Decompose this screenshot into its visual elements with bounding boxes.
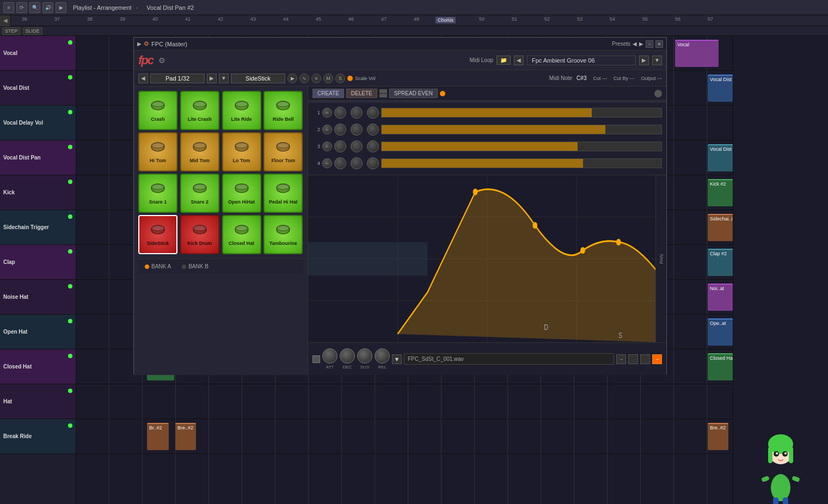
track-clip[interactable]: Vocal Dist Pan [708, 144, 733, 171]
seq-knob-0[interactable] [334, 140, 346, 152]
seq-knob-2[interactable] [367, 140, 379, 152]
pad-menu-btn[interactable]: ▼ [219, 73, 229, 83]
pad-play-btn[interactable]: ▶ [287, 73, 297, 83]
bank-a-item[interactable]: BANK A [145, 263, 171, 269]
track-item-clap[interactable]: Clap [0, 245, 76, 280]
delete-btn[interactable]: DELETE [346, 89, 377, 98]
env-dropdown-btn[interactable]: ▼ [392, 354, 402, 364]
track-clip[interactable]: Closed Hat #3 [708, 353, 733, 380]
env-att-knob[interactable] [322, 348, 338, 364]
track-item-open-hat[interactable]: Open Hat [0, 315, 76, 349]
track-clip[interactable]: Br..#2 [147, 423, 169, 450]
track-clip[interactable]: Kick #2 [708, 179, 733, 206]
track-clip[interactable]: Clap #2 [708, 249, 733, 276]
seq-settings-btn[interactable] [654, 90, 662, 97]
pad-snare-2[interactable]: Snare 2 [180, 174, 219, 213]
env-undo-btn[interactable] [640, 354, 650, 364]
pad-lo-tom[interactable]: Lo Tom [222, 132, 261, 171]
bank-b-item[interactable]: BANK B [182, 263, 208, 269]
fpc-collapse-arrow[interactable]: ▶ [137, 41, 142, 47]
step-btn[interactable]: STEP [2, 27, 21, 35]
seq-minus-btn[interactable]: − [322, 108, 332, 118]
track-clip[interactable]: Vocal Dist [708, 75, 733, 102]
track-item-vocal-dist[interactable]: Vocal Dist [0, 71, 76, 106]
pad-lite-ride[interactable]: Lite Ride [222, 91, 261, 130]
toolbar-btn-2[interactable]: ⟳ [16, 2, 27, 13]
env-dec-knob[interactable] [340, 348, 355, 364]
pad-crash[interactable]: Crash [138, 91, 177, 130]
pad-wave-btn[interactable]: ∿ [299, 73, 309, 83]
seq-down-arrow[interactable] [379, 94, 387, 97]
track-item-closed-hat[interactable]: Closed Hat [0, 349, 76, 384]
pad-mid-tom[interactable]: Mid Tom [180, 132, 219, 171]
pad-next-btn[interactable]: ▶ [207, 73, 217, 83]
seq-strip[interactable] [381, 125, 662, 134]
spread-even-btn[interactable]: SPREAD EVEN [389, 89, 438, 98]
seq-minus-btn[interactable]: − [322, 158, 332, 168]
toolbar-btn-5[interactable]: ▶ [56, 2, 66, 13]
seq-strip[interactable] [381, 142, 662, 151]
track-clip[interactable]: Ope..at [708, 318, 733, 346]
fpc-settings-icon[interactable]: ⚙ [144, 40, 149, 47]
pad-snare-1[interactable]: Snare 1 [138, 174, 177, 213]
pad-prev-btn[interactable]: ◀ [138, 73, 148, 83]
toolbar-btn-4[interactable]: 🔊 [42, 2, 53, 13]
fpc-minimize-btn[interactable]: − [646, 40, 653, 48]
seq-knob-0[interactable] [334, 107, 346, 119]
fpc-gear-icon[interactable]: ⚙ [158, 56, 165, 65]
pad-tambourine[interactable]: Tambourine [263, 215, 303, 254]
tracks-area[interactable]: ▶ ⚙ FPC (Master) Presets ◀ ▶ − ✕ fpc ⚙ M… [76, 36, 733, 504]
seq-minus-btn[interactable]: − [322, 142, 332, 151]
pad-pedal-hi-hat[interactable]: Pedal Hi Hat [263, 174, 303, 213]
pad-lite-crash[interactable]: Lite Crash [180, 91, 219, 130]
pad-solo-btn[interactable]: S [335, 73, 345, 83]
track-clip[interactable]: Bre..#2 [708, 423, 728, 450]
preset-prev-btn[interactable]: ◀ [514, 56, 524, 65]
track-clip[interactable]: Vocal [675, 40, 719, 67]
midi-loop-folder-btn[interactable]: 📁 [496, 56, 511, 65]
env-rel-knob[interactable] [375, 348, 390, 364]
seq-knob-2[interactable] [367, 107, 379, 119]
seq-strip[interactable] [381, 108, 662, 118]
track-clip[interactable]: Sidechai..igger #2 [708, 214, 733, 241]
env-gear-btn[interactable] [628, 354, 638, 364]
env-arrow-btn[interactable]: → [616, 354, 626, 364]
track-item-kick[interactable]: Kick [0, 175, 76, 210]
seq-minus-btn[interactable]: − [322, 125, 332, 134]
pad-closed-hat[interactable]: Closed Hat [222, 215, 261, 254]
env-play-btn[interactable]: → [652, 354, 662, 364]
seq-up-arrow[interactable] [379, 89, 387, 93]
pad-floor-tom[interactable]: Floor Tom [263, 132, 303, 171]
track-item-vocal[interactable]: Vocal [0, 36, 76, 71]
toolbar-btn-3[interactable]: 🔍 [29, 2, 40, 13]
seq-knob-0[interactable] [334, 157, 346, 169]
pad-hi-tom[interactable]: Hi Tom [138, 132, 177, 171]
seq-knob-1[interactable] [351, 140, 363, 152]
presets-prev-arrow[interactable]: ◀ [633, 41, 637, 47]
pad-sidestick[interactable]: SideStick [138, 215, 177, 254]
pad-eq-btn[interactable]: ≡ [311, 73, 321, 83]
preset-next-btn[interactable]: ▶ [639, 56, 649, 65]
pad-ride-bell[interactable]: Ride Bell [263, 91, 303, 130]
preset-name-display[interactable]: Fpc Ambient Groove 06 [527, 56, 636, 65]
seq-knob-1[interactable] [351, 107, 363, 119]
seq-knob-2[interactable] [367, 157, 379, 169]
track-item-noise-hat[interactable]: Noise Hat [0, 280, 76, 315]
seq-knob-2[interactable] [367, 124, 379, 136]
pad-kick-drum[interactable]: Kick Drum [180, 215, 219, 254]
presets-next-arrow[interactable]: ▶ [639, 41, 643, 47]
timeline-nav-btn[interactable]: ◀ [0, 15, 11, 26]
pad-open-hihat[interactable]: Open HiHat [222, 174, 261, 213]
pad-name-display[interactable]: SideStick [231, 73, 285, 83]
track-item-break-ride[interactable]: Break Ride [0, 419, 76, 454]
fpc-close-btn[interactable]: ✕ [655, 40, 663, 48]
track-item-vocal-delay-vol[interactable]: Vocal Delay Vol [0, 106, 76, 140]
env-sus-knob[interactable] [357, 348, 372, 364]
track-item-vocal-dist-pan[interactable]: Vocal Dist Pan [0, 140, 76, 175]
env-square-btn[interactable] [312, 355, 320, 363]
create-btn[interactable]: CREATE [312, 89, 344, 98]
seq-knob-1[interactable] [351, 157, 363, 169]
track-clip[interactable]: Bre..#2 [175, 423, 196, 450]
pad-mute-btn[interactable]: M [323, 73, 333, 83]
preset-menu-btn[interactable]: ▼ [652, 56, 662, 65]
